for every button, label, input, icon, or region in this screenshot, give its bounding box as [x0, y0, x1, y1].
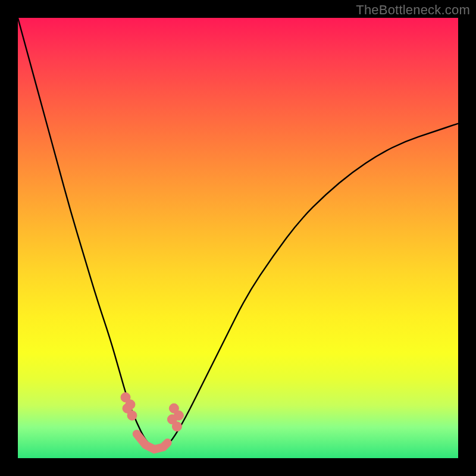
marker-dot-right-lower: [172, 422, 181, 431]
watermark-text: TheBottleneck.com: [356, 2, 470, 18]
marker-worm: [137, 434, 168, 449]
marker-dot-right-upper: [174, 411, 183, 420]
chart-area: [18, 18, 458, 458]
highlight-markers: [121, 393, 183, 449]
marker-dot-left-lower: [127, 411, 137, 420]
plot-svg: [18, 18, 458, 458]
bottleneck-curve: [18, 18, 458, 449]
